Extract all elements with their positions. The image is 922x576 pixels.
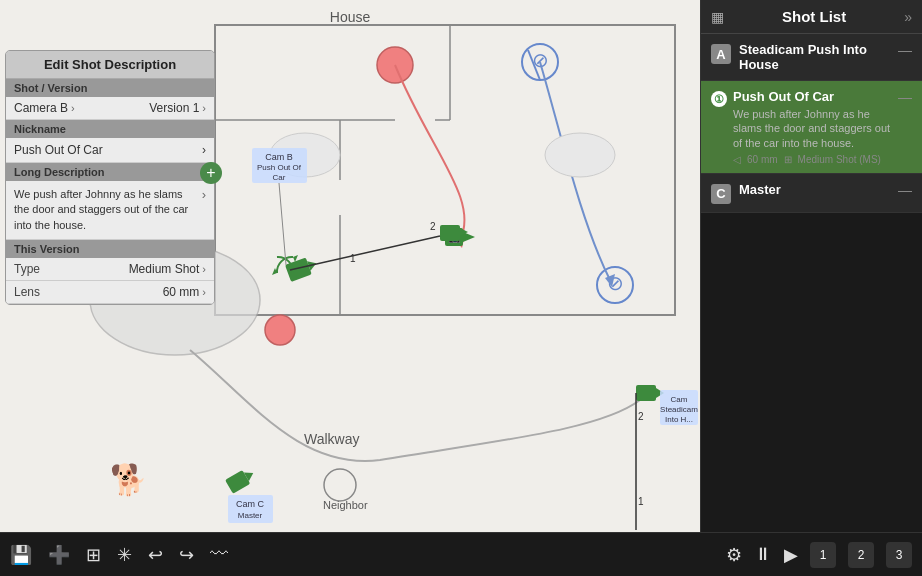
toolbar-left: 💾 ➕ ⊞ ✳ ↩ ↪ 〰: [10, 544, 228, 566]
main-area: ⊘ ⊘ 📷: [0, 0, 922, 532]
svg-text:Master: Master: [238, 511, 263, 520]
svg-rect-21: [440, 225, 460, 241]
svg-text:Car: Car: [273, 173, 286, 182]
type-row[interactable]: Type Medium Shot ›: [6, 258, 214, 281]
shot-c-expand-icon: —: [898, 182, 912, 198]
version-value: Version 1 ›: [149, 101, 206, 115]
svg-text:2: 2: [638, 411, 644, 422]
shot-b-info-icon: ①: [711, 91, 727, 107]
shot-badge-c: C: [711, 184, 731, 204]
section-shot-version: Shot / Version: [6, 79, 214, 97]
svg-rect-5: [338, 180, 342, 215]
add-button[interactable]: +: [200, 162, 222, 184]
edit-panel: Edit Shot Description Shot / Version Cam…: [5, 50, 215, 305]
shot-list-item-c[interactable]: C Master —: [701, 174, 922, 213]
shot-b-text: Push Out Of Car We push after Johnny as …: [733, 89, 892, 165]
type-value: Medium Shot ›: [129, 262, 206, 276]
lens-row[interactable]: Lens 60 mm ›: [6, 281, 214, 304]
lens-icon: ◁: [733, 154, 741, 165]
shot-list-item-a[interactable]: A Steadicam Push Into House —: [701, 34, 922, 81]
play-icon[interactable]: ▶: [784, 544, 798, 566]
type-icon: ⊞: [784, 154, 792, 165]
save-icon[interactable]: 💾: [10, 544, 32, 566]
walkway-label: Walkway: [301, 430, 363, 448]
camera-version-row[interactable]: Camera B › Version 1 ›: [6, 97, 214, 120]
draw-icon[interactable]: 〰: [210, 544, 228, 565]
add-icon[interactable]: ➕: [48, 544, 70, 566]
svg-point-38: [545, 133, 615, 177]
svg-rect-29: [636, 385, 656, 401]
svg-text:⊘: ⊘: [532, 49, 549, 71]
shot-b-meta: ◁ 60 mm ⊞ Medium Shot (MS): [733, 154, 892, 165]
svg-text:Into H...: Into H...: [665, 415, 693, 424]
svg-text:1: 1: [638, 496, 644, 507]
lens-value: 60 mm ›: [163, 285, 206, 299]
right-panel: ▦ Shot List » A Steadicam Push Into Hous…: [700, 0, 922, 532]
bottom-toolbar: 💾 ➕ ⊞ ✳ ↩ ↪ 〰 ⚙ ⏸ ▶ 1 2 3: [0, 532, 922, 576]
section-this-version: This Version: [6, 240, 214, 258]
layers-icon[interactable]: ⊞: [86, 544, 101, 566]
undo-icon[interactable]: ↩: [148, 544, 163, 566]
svg-line-31: [290, 236, 440, 270]
settings-icon[interactable]: ⚙: [726, 544, 742, 566]
long-desc-row[interactable]: We push after Johnny as he slams the doo…: [6, 181, 214, 240]
page-3-button[interactable]: 3: [886, 542, 912, 568]
svg-text:Cam B: Cam B: [265, 152, 293, 162]
svg-rect-4: [395, 118, 435, 122]
page-1-button[interactable]: 1: [810, 542, 836, 568]
shot-a-text: Steadicam Push Into House: [739, 42, 890, 72]
svg-text:Steadicam: Steadicam: [660, 405, 698, 414]
app-container: ⊘ ⊘ 📷: [0, 0, 922, 576]
toolbar-right: ⚙ ⏸ ▶ 1 2 3: [726, 542, 912, 568]
shot-list-header: ▦ Shot List »: [701, 0, 922, 34]
nickname-row[interactable]: Push Out Of Car ›: [6, 138, 214, 163]
svg-text:2: 2: [430, 221, 436, 232]
edit-panel-title: Edit Shot Description: [6, 51, 214, 79]
svg-text:Cam: Cam: [671, 395, 688, 404]
svg-point-15: [324, 469, 356, 501]
neighbor-label: Neighbor: [320, 498, 371, 512]
canvas-area[interactable]: ⊘ ⊘ 📷: [0, 0, 700, 532]
svg-text:🐕: 🐕: [110, 462, 148, 498]
grid-icon: ▦: [711, 9, 724, 25]
shot-badge-a: A: [711, 44, 731, 64]
svg-point-12: [265, 315, 295, 345]
section-nickname: Nickname: [6, 120, 214, 138]
shot-list-item-b[interactable]: ① Push Out Of Car We push after Johnny a…: [701, 81, 922, 174]
shot-b-expand-icon: —: [898, 89, 912, 105]
pause-icon[interactable]: ⏸: [754, 544, 772, 565]
page-2-button[interactable]: 2: [848, 542, 874, 568]
svg-line-44: [279, 183, 286, 265]
camera-value: Camera B ›: [14, 101, 75, 115]
asterisk-icon[interactable]: ✳: [117, 544, 132, 566]
shot-c-text: Master: [739, 182, 890, 197]
house-label: House: [327, 8, 373, 26]
expand-icon[interactable]: »: [904, 9, 912, 25]
shot-a-expand-icon: —: [898, 42, 912, 58]
svg-text:Push Out Of: Push Out Of: [257, 163, 302, 172]
svg-text:1: 1: [350, 253, 356, 264]
section-long-desc: Long Description: [6, 163, 214, 181]
redo-icon[interactable]: ↪: [179, 544, 194, 566]
svg-text:Cam C: Cam C: [236, 499, 265, 509]
